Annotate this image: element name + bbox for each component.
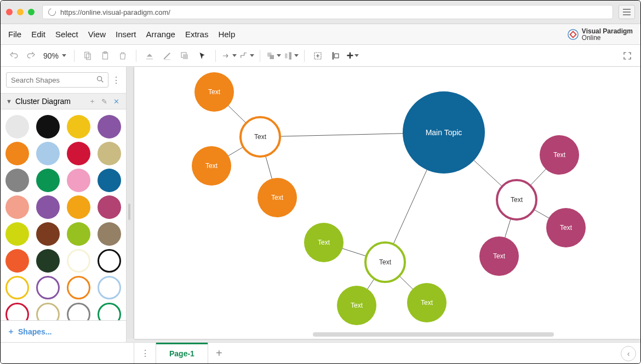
fullscreen-button[interactable] — [620, 48, 635, 63]
minimize-window-button[interactable] — [17, 9, 24, 15]
palette-section-header[interactable]: ▼ Cluster Diagram ＋ ✎ ✕ — [1, 93, 126, 109]
close-window-button[interactable] — [6, 9, 13, 15]
menu-file[interactable]: File — [8, 30, 21, 39]
copy-button[interactable] — [80, 48, 95, 63]
leaf-node[interactable]: Text — [479, 236, 519, 276]
paste-button[interactable] — [98, 48, 113, 63]
node-label: Text — [208, 88, 220, 96]
palette-swatch[interactable] — [67, 169, 90, 192]
menu-extras[interactable]: Extras — [185, 30, 209, 39]
menu-insert[interactable]: Insert — [116, 30, 136, 39]
insert-button[interactable]: + — [345, 48, 360, 63]
tab-page-1[interactable]: Page-1 — [156, 343, 208, 364]
menu-arrange[interactable]: Arrange — [146, 30, 175, 39]
add-section-button[interactable]: ＋ — [88, 97, 96, 106]
palette-swatch[interactable] — [5, 303, 29, 320]
search-input[interactable] — [6, 72, 108, 88]
node-label: Text — [560, 224, 572, 232]
palette-swatch[interactable] — [98, 195, 121, 219]
palette-swatch[interactable] — [36, 142, 60, 165]
expand-icon: ▼ — [6, 98, 12, 105]
palette-swatch[interactable] — [98, 303, 121, 320]
redo-button[interactable] — [24, 48, 39, 63]
canvas-page[interactable]: Main TopicTextTextTextTextTextTextTextTe… — [134, 67, 640, 339]
main-topic-node[interactable]: Main Topic — [403, 91, 485, 174]
format-painter-button[interactable] — [194, 48, 210, 63]
edit-section-button[interactable]: ✎ — [100, 97, 108, 106]
palette-swatch[interactable] — [36, 276, 60, 299]
palette-swatch[interactable] — [98, 169, 121, 192]
reload-icon[interactable] — [47, 7, 57, 17]
delete-button[interactable] — [115, 48, 130, 63]
palette-swatch[interactable] — [5, 276, 29, 299]
waypoint-button[interactable] — [239, 48, 254, 63]
palette-swatch[interactable] — [5, 115, 29, 138]
leaf-node[interactable]: Text — [337, 286, 376, 325]
palette-swatch[interactable] — [98, 142, 121, 165]
undo-button[interactable] — [6, 48, 21, 63]
palette-swatch[interactable] — [36, 195, 60, 219]
palette-swatch[interactable] — [67, 303, 90, 320]
menu-help[interactable]: Help — [218, 30, 235, 39]
fit-page-button[interactable] — [310, 48, 325, 63]
palette-swatch[interactable] — [5, 195, 29, 219]
branch-node[interactable]: Text — [239, 116, 281, 158]
palette-swatch[interactable] — [5, 222, 29, 246]
palette-swatch[interactable] — [5, 249, 29, 273]
palette-swatch[interactable] — [36, 169, 60, 192]
palette-swatch[interactable] — [36, 249, 60, 273]
palette-swatch[interactable] — [67, 195, 90, 219]
fill-color-button[interactable] — [142, 48, 157, 63]
palette-swatch[interactable] — [67, 115, 90, 138]
add-page-button[interactable]: + — [208, 343, 230, 364]
search-icon[interactable] — [96, 75, 105, 86]
palette-swatch[interactable] — [5, 142, 29, 165]
palette-swatch[interactable] — [98, 222, 121, 246]
pages-menu-button[interactable]: ⋮ — [134, 343, 156, 364]
zoom-dropdown[interactable]: 90% — [41, 51, 68, 60]
snap-button[interactable] — [328, 48, 343, 63]
to-front-button[interactable] — [266, 48, 281, 63]
palette-swatch[interactable] — [36, 303, 60, 320]
branch-node[interactable]: Text — [496, 179, 537, 221]
canvas-area[interactable]: Main TopicTextTextTextTextTextTextTextTe… — [127, 67, 640, 342]
palette-swatch[interactable] — [98, 115, 121, 138]
close-section-button[interactable]: ✕ — [112, 97, 121, 106]
palette-swatch[interactable] — [36, 115, 60, 138]
palette-swatch[interactable] — [67, 142, 90, 165]
address-bar[interactable]: https://online.visual-paradigm.com/ — [42, 5, 613, 19]
connection-arrow-button[interactable] — [221, 48, 237, 63]
menu-view[interactable]: View — [88, 30, 106, 39]
line-color-button[interactable] — [159, 48, 175, 63]
shape-search[interactable] — [6, 72, 108, 88]
palette-swatch[interactable] — [36, 222, 60, 246]
maximize-window-button[interactable] — [28, 9, 35, 15]
brand-sub: Online — [582, 34, 633, 41]
shadow-button[interactable] — [177, 48, 192, 63]
sidebar-more-button[interactable]: ⋮ — [112, 75, 121, 85]
menu-edit[interactable]: Edit — [31, 30, 45, 39]
palette-swatch[interactable] — [67, 249, 90, 273]
leaf-node[interactable]: Text — [540, 135, 579, 175]
palette-swatch[interactable] — [67, 276, 90, 299]
leaf-node[interactable]: Text — [192, 146, 231, 186]
palette-swatch[interactable] — [67, 222, 90, 246]
horizontal-scrollbar[interactable] — [313, 332, 554, 337]
collapse-panel-button[interactable]: ‹ — [621, 346, 636, 361]
more-shapes-button[interactable]: ＋ Shapes... — [1, 320, 126, 342]
leaf-node[interactable]: Text — [546, 208, 586, 247]
menu-select[interactable]: Select — [55, 30, 78, 39]
browser-menu-button[interactable] — [619, 5, 635, 19]
leaf-node[interactable]: Text — [304, 223, 344, 262]
branch-node[interactable]: Text — [364, 241, 406, 283]
leaf-node[interactable]: Text — [257, 178, 297, 217]
palette-swatch[interactable] — [98, 276, 121, 299]
caret-down-icon — [232, 54, 237, 57]
leaf-node[interactable]: Text — [407, 283, 447, 322]
leaf-node[interactable]: Text — [194, 72, 234, 112]
palette-swatch[interactable] — [5, 169, 29, 192]
sidebar-collapse-handle[interactable] — [128, 204, 130, 220]
align-button[interactable] — [283, 48, 299, 63]
brand-logo-area[interactable]: Visual Paradigm Online — [568, 28, 633, 41]
palette-swatch[interactable] — [98, 249, 121, 273]
